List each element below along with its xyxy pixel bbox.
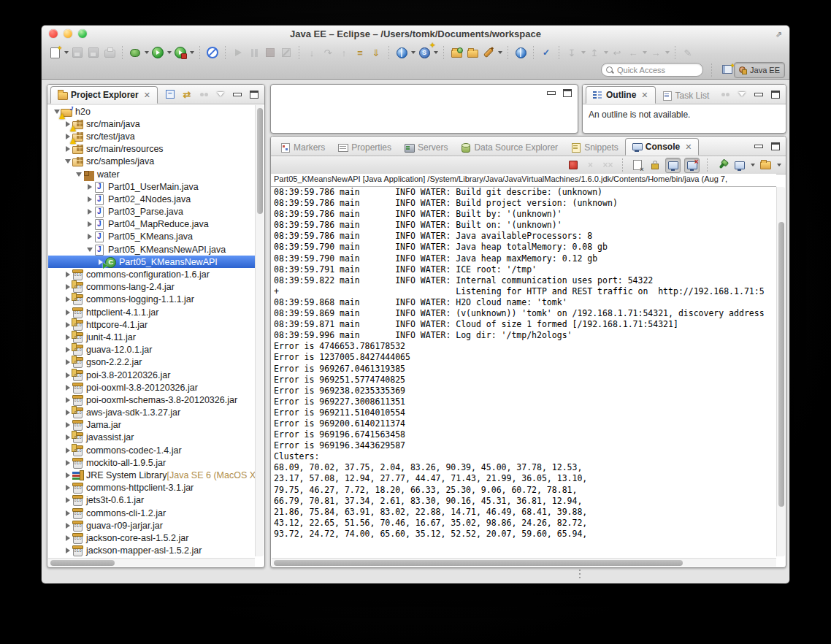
open-type-button[interactable] xyxy=(449,45,464,60)
collapse-all-button[interactable]: − xyxy=(164,88,176,100)
tree-item-h2o[interactable]: Jh2o xyxy=(48,105,255,118)
collapsed-arrow-icon[interactable] xyxy=(85,196,93,202)
tree-item-mockito-all-1-9-5-jar[interactable]: mockito-all-1.9.5.jar xyxy=(48,456,255,469)
collapsed-arrow-icon[interactable] xyxy=(64,434,72,440)
tree-item-part05-kmeans-java[interactable]: Part05_KMeans.java xyxy=(48,231,255,243)
view-menu-button[interactable] xyxy=(215,88,226,100)
minimize-view-button[interactable] xyxy=(753,140,765,152)
console-vertical-scrollbar[interactable] xyxy=(776,187,785,556)
tree-item-poi-ooxml-schemas-3-8-20120326-jar[interactable]: poi-ooxml-schemas-3.8-20120326.jar xyxy=(48,394,255,406)
tree-vscroll-thumb[interactable] xyxy=(257,108,263,214)
collapsed-arrow-icon[interactable] xyxy=(64,472,72,478)
run-external-tools-dropdown-icon[interactable] xyxy=(190,51,194,54)
collapsed-arrow-icon[interactable] xyxy=(64,510,72,516)
collapsed-arrow-icon[interactable] xyxy=(64,523,72,529)
tab-properties[interactable]: Properties xyxy=(332,139,398,156)
tree-item-jets3t-0-6-1-jar[interactable]: jets3t-0.6.1.jar xyxy=(48,494,255,507)
new-web-browser-dropdown-icon[interactable] xyxy=(411,51,416,54)
open-web-browser-button[interactable] xyxy=(513,45,528,60)
console-horizontal-scrollbar[interactable] xyxy=(272,558,776,567)
collapsed-arrow-icon[interactable] xyxy=(64,347,72,353)
display-selected-console-button[interactable] xyxy=(732,158,746,172)
expanded-arrow-icon[interactable] xyxy=(74,172,83,177)
use-step-filters-button[interactable]: ≡ xyxy=(353,45,367,60)
tree-item-part02-4nodes-java[interactable]: Part02_4Nodes.java xyxy=(48,193,255,205)
maximize-view-button[interactable] xyxy=(770,88,781,100)
collapsed-arrow-icon[interactable] xyxy=(64,460,72,466)
collapsed-arrow-icon[interactable] xyxy=(64,310,72,315)
collapsed-arrow-icon[interactable] xyxy=(64,296,72,302)
minimize-view-button[interactable] xyxy=(231,88,243,100)
tree-horizontal-scrollbar[interactable] xyxy=(48,558,255,567)
tree-item-junit-4-11-jar[interactable]: junit-4.11.jar xyxy=(48,331,255,343)
collapsed-arrow-icon[interactable] xyxy=(64,334,72,340)
tree-item-part01-usermain-java[interactable]: Part01_UserMain.java xyxy=(48,180,255,193)
tree-item-httpclient-4-1-1-jar[interactable]: httpclient-4.1.1.jar xyxy=(48,306,255,318)
tree-item-jre-system-library[interactable]: JRE System Library [Java SE 6 (MacOS X D… xyxy=(48,469,255,481)
tree-item-jackson-mapper-asl-1-5-2-jar[interactable]: jackson-mapper-asl-1.5.2.jar xyxy=(48,545,255,556)
close-tab-icon[interactable]: ✕ xyxy=(144,91,150,100)
console-vscroll-thumb[interactable] xyxy=(778,222,784,507)
terminate-button[interactable] xyxy=(566,158,580,172)
tree-item-jama-jar[interactable]: Jama.jar xyxy=(48,419,255,432)
tab-outline[interactable]: Outline ✕ xyxy=(586,86,656,104)
view-menu-button[interactable] xyxy=(736,88,748,100)
tab-servers[interactable]: Servers xyxy=(398,139,454,156)
display-selected-console-dropdown-icon[interactable] xyxy=(751,164,755,166)
tree-item-src-samples-java[interactable]: src/samples/java xyxy=(48,156,255,168)
tree-vertical-scrollbar[interactable] xyxy=(255,105,264,556)
tab-snippets[interactable]: Snippets xyxy=(564,139,625,156)
tree-item-poi-ooxml-3-8-20120326-jar[interactable]: poi-ooxml-3.8-20120326.jar xyxy=(48,381,255,394)
open-resource-button[interactable] xyxy=(465,45,480,60)
collapsed-arrow-icon[interactable] xyxy=(64,284,72,290)
tab-project-explorer[interactable]: Project Explorer ✕ xyxy=(50,86,158,104)
tab-markers[interactable]: Markers xyxy=(274,139,332,156)
validate-button[interactable]: ✓ xyxy=(539,45,554,60)
tree-item-part05-kmeansnewapi-java[interactable]: Part05_KMeansNewAPI.java xyxy=(48,243,255,256)
collapsed-arrow-icon[interactable] xyxy=(64,535,72,541)
collapsed-arrow-icon[interactable] xyxy=(64,548,72,553)
new-web-service-button[interactable]: S xyxy=(417,45,432,60)
tree-item-part03-parse-java[interactable]: Part03_Parse.java xyxy=(48,206,255,218)
collapsed-arrow-icon[interactable] xyxy=(64,397,72,403)
tree-item-part05-kmeansnewapi[interactable]: Part05_KMeansNewAPI xyxy=(48,256,255,268)
tree-item-water[interactable]: water xyxy=(48,168,255,180)
external-tools-brush-button[interactable] xyxy=(481,45,496,60)
tree-item-part04-mapreduce-java[interactable]: Part04_MapReduce.java xyxy=(48,218,255,231)
collapsed-arrow-icon[interactable] xyxy=(64,485,72,491)
run-button[interactable] xyxy=(150,45,165,60)
debug-button[interactable] xyxy=(128,45,142,60)
tab-task-list[interactable]: Task List xyxy=(656,88,716,104)
collapsed-arrow-icon[interactable] xyxy=(64,146,72,152)
collapsed-arrow-icon[interactable] xyxy=(85,184,93,190)
tree-item-src-test-java[interactable]: src/test/java xyxy=(48,130,255,142)
tree-item-gson-2-2-2-jar[interactable]: gson-2.2.2.jar xyxy=(48,356,255,369)
minimize-view-button[interactable] xyxy=(753,88,765,100)
tree-item-javassist-jar[interactable]: javassist.jar xyxy=(48,432,255,444)
editor-area[interactable] xyxy=(270,84,578,134)
title-bar[interactable]: Java EE – Eclipse – /Users/tomk/Document… xyxy=(42,26,789,42)
expanded-arrow-icon[interactable] xyxy=(85,248,93,252)
show-on-stderr-button[interactable] xyxy=(684,158,700,173)
tree-item-commons-lang-2-4-jar[interactable]: commons-lang-2.4.jar xyxy=(48,281,255,294)
collapsed-arrow-icon[interactable] xyxy=(64,448,72,453)
console-hscroll-thumb[interactable] xyxy=(274,560,683,566)
maximize-view-button[interactable] xyxy=(770,140,781,152)
tree-item-jackson-core-asl-1-5-2-jar[interactable]: jackson-core-asl-1.5.2.jar xyxy=(48,532,255,544)
tree-hscroll-thumb[interactable] xyxy=(50,560,115,566)
skip-breakpoints-button[interactable] xyxy=(205,45,220,60)
tab-data-source-explorer[interactable]: Data Source Explorer xyxy=(454,139,564,156)
tree-item-commons-cli-1-2-jar[interactable]: commons-cli-1.2.jar xyxy=(48,507,255,519)
close-tab-icon[interactable]: ✕ xyxy=(685,142,692,152)
tree-item-commons-configuration-1-6-jar[interactable]: commons-configuration-1.6.jar xyxy=(48,268,255,280)
link-with-editor-button[interactable]: ⇄ xyxy=(181,88,193,100)
new-web-service-dropdown-icon[interactable] xyxy=(434,51,438,54)
collapsed-arrow-icon[interactable] xyxy=(64,359,72,365)
minimize-editor-button[interactable] xyxy=(547,91,556,95)
show-on-stdout-button[interactable] xyxy=(665,158,681,173)
console-output[interactable]: 08:39:59.786 main INFO WATER: Build git … xyxy=(274,187,776,557)
new-wizard-button[interactable] xyxy=(47,45,62,60)
collapsed-arrow-icon[interactable] xyxy=(85,234,93,239)
tree-item-poi-3-8-20120326-jar[interactable]: poi-3.8-20120326.jar xyxy=(48,369,255,381)
open-console-dropdown-icon[interactable] xyxy=(777,164,781,166)
